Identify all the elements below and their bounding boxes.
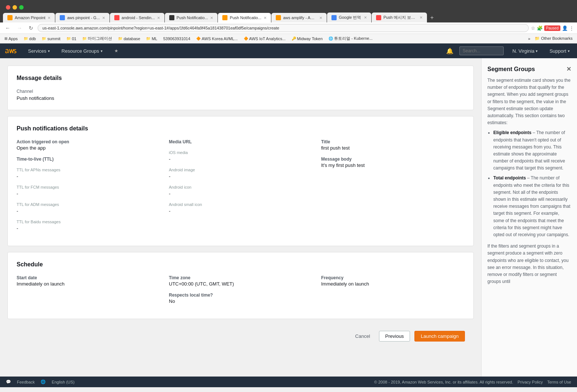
browser-tab[interactable]: Amazon Pinpoint ✕ [3, 13, 55, 22]
database-bookmark-icon: 📁 [118, 36, 122, 41]
message-details-title: Message details [17, 75, 465, 81]
menu-icon[interactable]: ⋮ [569, 25, 574, 31]
bookmark-ddb[interactable]: 📁 ddb [22, 36, 37, 42]
android-image-value: - [169, 174, 312, 179]
segment-groups-panel: Segment Groups ✕ The segment estimate ca… [481, 58, 577, 377]
android-small-icon-value: - [169, 208, 312, 214]
schedule-col1: Start date Immediately on launch [17, 275, 160, 310]
bookmark-kubernetes[interactable]: 🌐 튜토리얼 - Kuberne... [327, 35, 374, 42]
bookmark-more[interactable]: » [528, 36, 530, 41]
content-area: Message details Channel Push notificatio… [0, 58, 481, 377]
push-details-col1: Action triggered on open Open the app Ti… [17, 139, 160, 237]
frequency-label: Frequency [321, 275, 465, 280]
feedback-link[interactable]: Feedback [17, 380, 35, 384]
android-small-icon-item: Android small icon - [169, 202, 312, 214]
ttl-baidu-item: TTL for Baidu messages - [17, 220, 160, 231]
support-nav-item[interactable]: Support ▾ [546, 47, 573, 55]
browser-tab-5-active[interactable]: Push Notificatio... ✕ [218, 13, 271, 22]
launch-campaign-button[interactable]: Launch campaign [414, 331, 465, 342]
tab-close-icon-5[interactable]: ✕ [264, 16, 267, 20]
bookmark-ml[interactable]: 📁 ML [145, 36, 159, 42]
terms-of-use-link[interactable]: Terms of Use [547, 380, 571, 384]
schedule-card: Schedule Start date Immediately on launc… [7, 252, 474, 319]
bookmark-iot[interactable]: 🔶 AWS IoT Analytics... [242, 36, 287, 42]
ttl-adm-value: - [17, 208, 160, 214]
bookmark-01[interactable]: 📁 01 [65, 36, 78, 42]
region-nav-item[interactable]: N. Virginia ▾ [510, 47, 541, 55]
ml-bookmark-icon: 📁 [146, 36, 150, 41]
minimize-traffic-light[interactable] [13, 5, 17, 10]
message-body-label: Message body [321, 157, 465, 162]
push-details-col2: Media URL iOS media - Android image - An… [169, 139, 312, 237]
previous-button[interactable]: Previous [379, 331, 410, 342]
profile-icon[interactable]: 👤 [562, 25, 568, 31]
tab-close-icon-3[interactable]: ✕ [157, 16, 160, 20]
fullscreen-traffic-light[interactable] [19, 5, 24, 10]
language-link[interactable]: English (US) [52, 380, 74, 384]
panel-close-icon[interactable]: ✕ [566, 66, 571, 73]
forward-button[interactable]: → [15, 24, 24, 32]
bookmark-star-icon[interactable]: ☆ [531, 25, 535, 31]
tab-close-icon-6[interactable]: ✕ [319, 16, 322, 20]
browser-tab-2[interactable]: aws pinpoint - G... ✕ [55, 13, 110, 22]
address-input[interactable] [38, 24, 529, 32]
ttl-fcm-value: - [17, 191, 160, 196]
tab-close-icon-7[interactable]: ✕ [364, 15, 367, 20]
bookmark-account[interactable]: 539063931014 [162, 36, 192, 42]
channel-label: Channel [17, 89, 465, 94]
browser-tab-7[interactable]: Google 번역 ✕ [327, 13, 371, 22]
services-nav-item[interactable]: Services ▾ [25, 47, 53, 55]
extensions-icon[interactable]: 🧩 [537, 25, 543, 31]
notifications-bell-icon[interactable]: 🔔 [446, 48, 453, 55]
ttl-apns-value: - [17, 174, 160, 179]
browser-tab-6[interactable]: aws amplify - Am... ✕ [271, 13, 327, 22]
total-endpoints-bullet: Total endpoints – The number of endpoint… [493, 175, 571, 238]
copyright-text: © 2008 - 2019, Amazon Web Services, Inc.… [374, 380, 513, 384]
push-details-grid: Action triggered on open Open the app Ti… [17, 139, 465, 237]
ttl-label: Time-to-live (TTL) [17, 157, 160, 162]
close-traffic-light[interactable] [6, 5, 10, 10]
reload-button[interactable]: ↻ [27, 24, 35, 32]
summit-bookmark-icon: 📁 [42, 36, 46, 41]
bookmark-korea-ai[interactable]: 🔶 AWS Korea AI/ML... [195, 36, 239, 42]
cancel-button[interactable]: Cancel [351, 331, 374, 341]
apps-bookmark-icon: ⊞ [4, 36, 7, 41]
resource-groups-chevron-icon: ▾ [101, 49, 102, 53]
browser-tab-3[interactable]: android - Sendin... ✕ [110, 13, 164, 22]
resource-groups-nav-item[interactable]: Resource Groups ▾ [59, 47, 105, 55]
aws-search-input[interactable] [459, 46, 504, 55]
ttl-fcm-label: TTL for FCM messages [17, 185, 160, 189]
bookmark-midway[interactable]: 🔑 Midway Token [290, 36, 324, 42]
bookmark-summit[interactable]: 📁 summit [40, 36, 62, 42]
tab-close-icon-2[interactable]: ✕ [102, 16, 105, 20]
local-time-value: No [169, 298, 312, 304]
address-actions: ☆ 🧩 Paused 👤 ⋮ [531, 25, 574, 31]
schedule-title: Schedule [17, 261, 465, 268]
footer-left: 💬 Feedback 🌐 English (US) [6, 379, 74, 384]
browser-tab-4[interactable]: Push Notificatio... ✕ [165, 13, 218, 22]
favorites-nav-item[interactable]: ★ [111, 47, 121, 55]
browser-tab-8[interactable]: Push 메시지 보내... ✕ [372, 13, 427, 22]
privacy-policy-link[interactable]: Privacy Policy [518, 380, 543, 384]
migration-bookmark-icon: 📁 [82, 36, 87, 41]
aws-logo[interactable] [4, 46, 19, 55]
new-tab-button[interactable]: + [427, 13, 437, 22]
push-details-card: Push notifications details Action trigge… [7, 116, 474, 246]
tab-close-icon-4[interactable]: ✕ [210, 16, 213, 20]
ddb-bookmark-icon: 📁 [24, 36, 28, 41]
aws-navbar: Services ▾ Resource Groups ▾ ★ 🔔 N. Virg… [0, 43, 577, 58]
bookmark-apps[interactable]: ⊞ Apps [3, 36, 19, 42]
ios-media-label: iOS media [169, 150, 312, 155]
tab-close-icon-8[interactable]: ✕ [420, 15, 423, 20]
midway-bookmark-icon: 🔑 [292, 36, 296, 41]
bookmark-other[interactable]: 📁 Other Bookmarks [533, 35, 574, 42]
frequency-item: Frequency Immediately on launch [321, 275, 465, 287]
tab-close-icon[interactable]: ✕ [48, 16, 51, 20]
back-button[interactable]: ← [3, 24, 13, 32]
start-date-value: Immediately on launch [17, 281, 160, 287]
bookmark-migration[interactable]: 📁 마이그레이션 [81, 35, 114, 42]
ttl-section: Time-to-live (TTL) [17, 157, 160, 162]
channel-section: Channel Push notifications [17, 89, 465, 101]
bookmark-database[interactable]: 📁 database [117, 36, 142, 42]
schedule-col3: Frequency Immediately on launch [321, 275, 465, 310]
